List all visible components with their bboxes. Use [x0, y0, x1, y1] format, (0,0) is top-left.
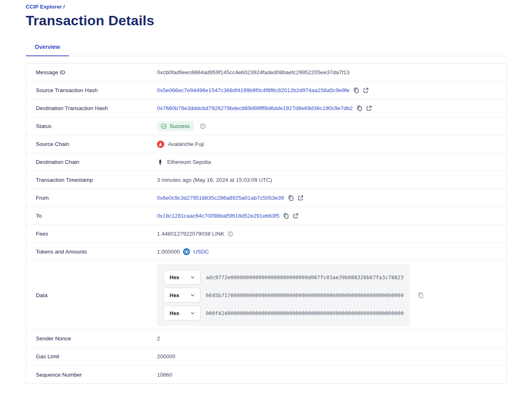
tab-bar: Overview: [26, 44, 507, 56]
data-hex-block: Hex adc9772e0000000000000000000000009d08…: [157, 264, 410, 326]
dest-chain-label: Destination Chain: [36, 159, 157, 165]
usdc-icon: $: [183, 248, 190, 255]
chevron-down-icon: [190, 311, 195, 316]
dest-chain-name: Ethereum Sepolia: [167, 159, 211, 165]
copy-icon[interactable]: [353, 87, 359, 93]
status-text: Success: [170, 123, 190, 129]
hex-format-select[interactable]: Hex: [163, 288, 201, 302]
sender-nonce-label: Sender Nonce: [36, 335, 157, 342]
info-icon[interactable]: [227, 231, 233, 237]
info-icon[interactable]: [200, 123, 206, 129]
data-line: Hex 6645b7170000000000000000000000000000…: [163, 288, 404, 302]
gas-limit-label: Gas Limit: [36, 353, 157, 359]
row-dest-tx-hash: Destination Transaction Hash 0x7660b78e3…: [26, 99, 506, 117]
copy-icon[interactable]: [283, 213, 289, 219]
token-amount: 1.000000: [157, 249, 180, 255]
fees-value: 1.4480127922079038 LINK: [157, 231, 224, 237]
hex-format-select[interactable]: Hex: [163, 270, 201, 284]
data-hex-line: 000f424000000000000000000000000000000000…: [206, 310, 404, 316]
row-sender-nonce: Sender Nonce 2: [26, 330, 506, 348]
fees-label: Fees: [36, 231, 157, 237]
row-source-tx-hash: Source Transaction Hash 0x5e066ec7e94496…: [26, 82, 506, 99]
source-tx-hash-link[interactable]: 0x5e066ec7e94496e1547c368df4199b9f0c4f8f…: [157, 87, 349, 93]
data-line: Hex adc9772e0000000000000000000000009d08…: [163, 270, 404, 284]
hex-format-label: Hex: [170, 310, 179, 316]
data-hex-line: 6645b71700000000000000000000000000000000…: [206, 292, 404, 298]
transaction-details-card: Message ID 0xcb0fad9eec6664ad959f145cc4e…: [26, 63, 507, 384]
copy-icon[interactable]: [417, 292, 424, 298]
row-source-chain: Source Chain Avalanche Fuji: [26, 135, 506, 153]
chevron-down-icon: [190, 275, 195, 280]
avalanche-icon: [157, 141, 164, 148]
tokens-amounts-label: Tokens and Amounts: [36, 249, 157, 255]
row-tokens-amounts: Tokens and Amounts 1.000000 $ USDC: [26, 243, 506, 261]
data-line: Hex 000f42400000000000000000000000000000…: [163, 306, 404, 320]
svg-text:$: $: [185, 250, 188, 254]
chevron-down-icon: [190, 293, 195, 298]
breadcrumb: CCIP Explorer /: [26, 4, 507, 10]
row-sequence-number: Sequence Number 10860: [26, 366, 506, 384]
copy-icon[interactable]: [288, 195, 294, 201]
message-id-value: 0xcb0fad9eec6664ad959f145cc4eb023924fade…: [157, 69, 349, 75]
hex-format-label: Hex: [170, 274, 179, 280]
data-label: Data: [36, 292, 157, 298]
external-link-icon[interactable]: [293, 213, 299, 219]
gas-limit-value: 200000: [157, 353, 175, 359]
page-title: Transaction Details: [26, 13, 507, 29]
check-circle-icon: [161, 123, 167, 129]
token-symbol-link[interactable]: USDC: [193, 249, 209, 255]
timestamp-label: Transaction Timestamp: [36, 177, 157, 183]
to-label: To: [36, 213, 157, 219]
row-fees: Fees 1.4480127922079038 LINK: [26, 225, 506, 243]
to-address-link[interactable]: 0x18c1281caac64c70098baf5f618d52e291eb63…: [157, 213, 279, 219]
row-message-id: Message ID 0xcb0fad9eec6664ad959f145cc4e…: [26, 64, 506, 82]
external-link-icon[interactable]: [363, 87, 369, 93]
timestamp-value: 3 minutes ago (May 16, 2024 at 15:03:09 …: [157, 177, 272, 183]
external-link-icon[interactable]: [298, 195, 304, 201]
data-hex-line: adc9772e0000000000000000000000009d087fc0…: [206, 274, 404, 280]
sender-nonce-value: 2: [157, 335, 160, 342]
tab-overview[interactable]: Overview: [26, 44, 69, 56]
row-gas-limit: Gas Limit 200000: [26, 348, 506, 366]
from-address-link[interactable]: 0x6e0c9c3d279516835c286a8925a01ab7c5053e…: [157, 195, 284, 201]
sequence-number-value: 10860: [157, 372, 172, 378]
breadcrumb-ccip-explorer-link[interactable]: CCIP Explorer: [26, 4, 62, 10]
source-chain-label: Source Chain: [36, 141, 157, 147]
hex-format-label: Hex: [170, 292, 179, 298]
row-timestamp: Transaction Timestamp 3 minutes ago (May…: [26, 171, 506, 189]
row-data: Data Hex adc9772e00000000000000000000000…: [26, 261, 506, 330]
from-label: From: [36, 195, 157, 201]
transaction-details-page: CCIP Explorer / Transaction Details Over…: [0, 0, 532, 384]
status-badge: Success: [157, 121, 194, 131]
dest-tx-hash-link[interactable]: 0x7660b78e3dddcbd7926279bdec869d99fff8d6…: [157, 105, 353, 111]
ethereum-icon: [157, 159, 163, 165]
row-status: Status Success: [26, 117, 506, 135]
breadcrumb-separator: /: [63, 4, 65, 10]
status-label: Status: [36, 123, 157, 129]
row-dest-chain: Destination Chain Ethereum Sepolia: [26, 153, 506, 171]
dest-tx-hash-label: Destination Transaction Hash: [36, 105, 157, 111]
row-to: To 0x18c1281caac64c70098baf5f618d52e291e…: [26, 207, 506, 225]
hex-format-select[interactable]: Hex: [163, 306, 201, 320]
copy-icon[interactable]: [356, 105, 362, 111]
row-from: From 0x6e0c9c3d279516835c286a8925a01ab7c…: [26, 189, 506, 207]
source-tx-hash-label: Source Transaction Hash: [36, 87, 157, 93]
source-chain-name: Avalanche Fuji: [168, 141, 204, 147]
sequence-number-label: Sequence Number: [36, 372, 157, 378]
external-link-icon[interactable]: [366, 105, 372, 111]
message-id-label: Message ID: [36, 69, 157, 75]
